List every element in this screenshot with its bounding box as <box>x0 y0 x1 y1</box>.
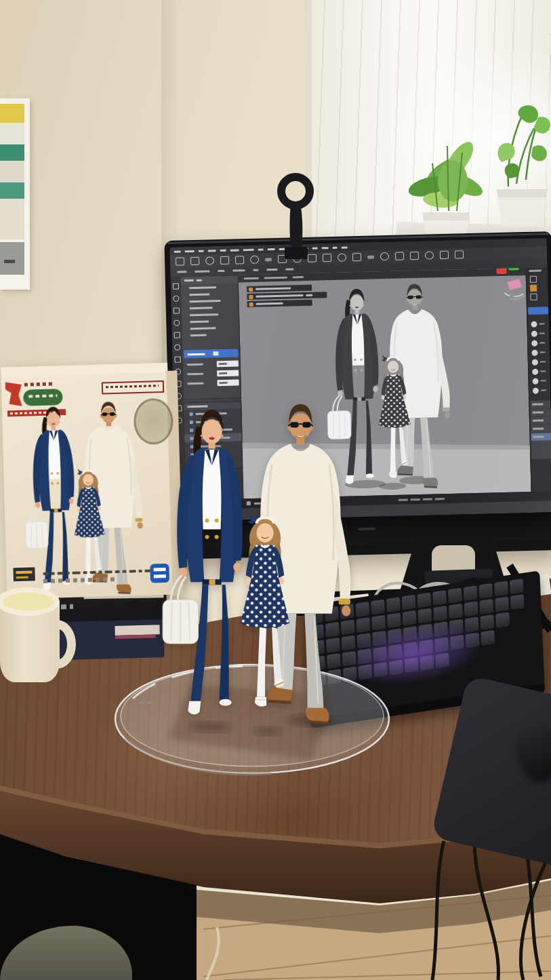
decor-mark <box>83 571 87 574</box>
keycap <box>479 583 493 599</box>
decor-mark <box>220 256 229 264</box>
decor-mark <box>380 252 389 260</box>
decor-mark <box>265 258 272 261</box>
decor-mark <box>323 254 331 262</box>
swatch-green <box>508 267 518 270</box>
decor-mark <box>285 268 293 270</box>
decor-mark <box>533 427 544 429</box>
keycap <box>481 630 495 646</box>
keycap <box>418 608 432 624</box>
decor-mark <box>115 570 120 573</box>
headphone-hook <box>274 168 317 263</box>
decor-mark <box>531 321 537 328</box>
keycap <box>464 601 478 616</box>
gizmo-icon <box>504 279 525 300</box>
keycap <box>434 621 448 637</box>
dock-selected-item <box>528 307 548 315</box>
decor-mark <box>342 246 348 248</box>
plant-left <box>407 138 486 242</box>
keycap <box>417 592 432 608</box>
decor-mark <box>199 250 204 252</box>
keycap <box>405 657 419 673</box>
decor-mark <box>338 254 346 262</box>
decor-mark <box>99 571 102 574</box>
decor-mark <box>367 255 374 258</box>
keycap <box>449 604 463 619</box>
decor-mark <box>205 256 214 264</box>
keycap <box>448 588 462 604</box>
poster-caption-mark <box>4 260 15 263</box>
box-corner-badge <box>12 566 37 583</box>
decor-mark <box>533 435 544 437</box>
decor-mark <box>250 256 259 264</box>
keycap <box>480 599 494 614</box>
keycap <box>435 652 449 668</box>
keycap <box>495 597 509 612</box>
dock-properties-panel <box>530 400 551 459</box>
keycap <box>388 628 402 644</box>
keycap <box>386 597 401 612</box>
keycap <box>510 579 524 594</box>
decor-mark <box>253 269 258 271</box>
decor-mark <box>266 269 277 271</box>
decor-mark <box>531 408 551 417</box>
decor-mark <box>177 271 186 273</box>
keycap <box>465 616 479 632</box>
decor-mark <box>90 571 96 574</box>
decor-mark <box>423 498 432 500</box>
keycap <box>450 635 464 650</box>
decor-mark <box>190 257 199 265</box>
decor-mark <box>533 419 544 421</box>
decor-mark <box>145 570 150 572</box>
decor-mark <box>410 252 419 260</box>
scene <box>0 0 551 980</box>
decor-mark <box>322 247 329 249</box>
keycap <box>432 590 447 606</box>
decor-mark <box>218 270 224 272</box>
decor-mark <box>435 498 445 500</box>
mug-interior <box>3 593 54 610</box>
decor-mark <box>258 248 264 250</box>
decor-mark <box>455 250 464 258</box>
decor-mark <box>411 498 420 500</box>
decor-mark <box>230 249 239 251</box>
decor-mark <box>73 572 81 574</box>
decor-mark <box>129 570 136 572</box>
decor-mark <box>232 269 245 271</box>
decor-mark <box>531 331 537 337</box>
decor-mark <box>440 251 449 259</box>
dock-icon-active <box>530 285 537 292</box>
keycap <box>371 600 385 615</box>
decor-mark <box>243 248 254 250</box>
decor-mark <box>532 359 538 366</box>
keycap <box>371 615 386 631</box>
keycap <box>433 606 447 621</box>
decor-mark <box>235 256 244 264</box>
decor-mark <box>176 257 184 265</box>
keycap <box>420 655 434 671</box>
wall-poster <box>0 98 30 290</box>
decor-mark <box>531 416 551 425</box>
keycap <box>510 594 525 610</box>
decor-mark <box>531 350 537 356</box>
decor-mark <box>352 253 361 261</box>
keycap <box>481 614 495 630</box>
poster-art <box>0 104 24 239</box>
decor-mark <box>399 498 445 501</box>
decor-mark <box>208 250 216 252</box>
box-banner <box>102 380 164 395</box>
decor-mark <box>425 251 434 259</box>
keycap <box>402 595 416 610</box>
mug <box>0 587 69 694</box>
keycap <box>466 633 480 648</box>
decor-mark <box>67 572 70 574</box>
keycap <box>464 585 478 601</box>
poster-band <box>0 242 24 275</box>
decor-mark <box>174 250 181 252</box>
decor-mark <box>333 246 338 248</box>
keycap <box>387 612 401 628</box>
decor-mark <box>533 388 539 394</box>
decor-mark <box>139 570 142 572</box>
decor-mark <box>530 400 550 409</box>
keycap <box>495 612 510 628</box>
